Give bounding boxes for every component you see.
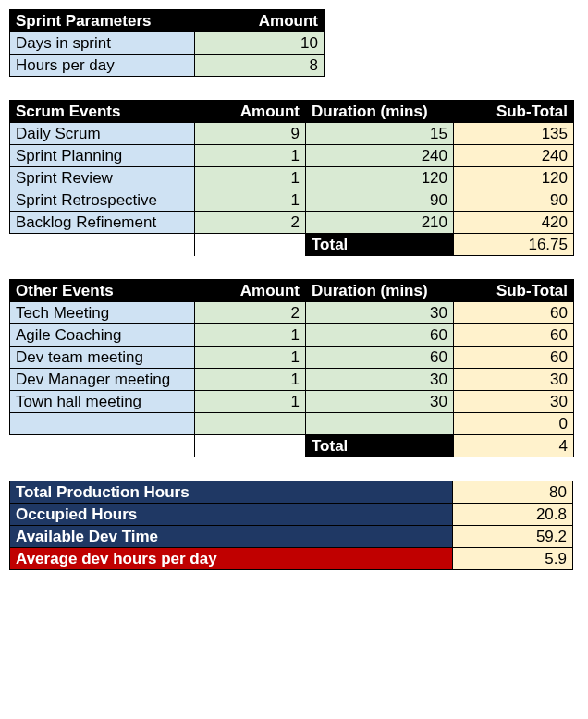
event-amount: 1 xyxy=(195,324,306,347)
event-duration: 60 xyxy=(306,347,454,369)
table-row: Agile Coaching16060 xyxy=(10,324,574,347)
event-amount: 1 xyxy=(195,167,306,189)
event-amount: 2 xyxy=(195,212,306,234)
summary-label: Occupied Hours xyxy=(10,504,453,526)
event-name xyxy=(10,413,195,435)
event-name: Tech Meeting xyxy=(10,302,195,324)
summary-value: 59.2 xyxy=(453,526,573,548)
event-subtotal: 135 xyxy=(454,123,574,145)
event-name: Town hall meeting xyxy=(10,391,195,413)
event-duration: 90 xyxy=(306,189,454,212)
event-duration: 30 xyxy=(306,302,454,324)
summary-label: Total Production Hours xyxy=(10,481,453,504)
event-duration: 30 xyxy=(306,391,454,413)
summary-row: Total Production Hours80 xyxy=(10,481,573,504)
event-amount: 1 xyxy=(195,391,306,413)
summary-label: Available Dev Time xyxy=(10,526,453,548)
param-amount: 8 xyxy=(195,55,325,77)
header-other-events: Other Events xyxy=(10,280,195,302)
summary-value: 80 xyxy=(453,481,573,504)
scrum-events-table: Scrum Events Amount Duration (mins) Sub-… xyxy=(9,100,574,256)
event-name: Dev Manager meeting xyxy=(10,369,195,391)
summary-value: 20.8 xyxy=(453,504,573,526)
event-duration: 30 xyxy=(306,369,454,391)
table-row: Sprint Review1120120 xyxy=(10,167,574,189)
total-row: Total 4 xyxy=(10,435,574,457)
event-name: Sprint Review xyxy=(10,167,195,189)
table-row: Tech Meeting23060 xyxy=(10,302,574,324)
event-subtotal: 240 xyxy=(454,145,574,167)
event-name: Daily Scrum xyxy=(10,123,195,145)
event-subtotal: 30 xyxy=(454,369,574,391)
event-subtotal: 90 xyxy=(454,189,574,212)
other-events-table: Other Events Amount Duration (mins) Sub-… xyxy=(9,279,574,457)
header-amount: Amount xyxy=(195,280,306,302)
header-amount: Amount xyxy=(195,10,325,32)
event-duration: 60 xyxy=(306,324,454,347)
event-subtotal: 60 xyxy=(454,324,574,347)
table-row: Sprint Retrospective19090 xyxy=(10,189,574,212)
param-amount: 10 xyxy=(195,32,325,55)
sprint-parameters-table: Sprint Parameters Amount Days in sprint … xyxy=(9,9,325,77)
summary-row: Occupied Hours20.8 xyxy=(10,504,573,526)
header-duration: Duration (mins) xyxy=(306,101,454,123)
param-name: Days in sprint xyxy=(10,32,195,55)
event-name: Sprint Retrospective xyxy=(10,189,195,212)
table-row: Daily Scrum915135 xyxy=(10,123,574,145)
event-duration: 240 xyxy=(306,145,454,167)
total-row: Total 16.75 xyxy=(10,234,574,256)
event-amount xyxy=(195,413,306,435)
header-sprint-parameters: Sprint Parameters xyxy=(10,10,195,32)
table-row: 0 xyxy=(10,413,574,435)
event-subtotal: 420 xyxy=(454,212,574,234)
event-amount: 1 xyxy=(195,369,306,391)
table-row: Dev Manager meeting13030 xyxy=(10,369,574,391)
event-subtotal: 60 xyxy=(454,302,574,324)
table-row: Sprint Planning1240240 xyxy=(10,145,574,167)
table-row: Backlog Refinement2210420 xyxy=(10,212,574,234)
summary-row: Average dev hours per day5.9 xyxy=(10,548,573,570)
event-amount: 2 xyxy=(195,302,306,324)
event-name: Sprint Planning xyxy=(10,145,195,167)
header-amount: Amount xyxy=(195,101,306,123)
event-subtotal: 30 xyxy=(454,391,574,413)
table-row: Dev team meeting16060 xyxy=(10,347,574,369)
header-subtotal: Sub-Total xyxy=(454,101,574,123)
event-duration: 120 xyxy=(306,167,454,189)
event-name: Agile Coaching xyxy=(10,324,195,347)
summary-value: 5.9 xyxy=(453,548,573,570)
total-label: Total xyxy=(306,234,454,256)
event-subtotal: 120 xyxy=(454,167,574,189)
total-value: 16.75 xyxy=(454,234,574,256)
event-subtotal: 0 xyxy=(454,413,574,435)
header-subtotal: Sub-Total xyxy=(454,280,574,302)
header-scrum-events: Scrum Events xyxy=(10,101,195,123)
summary-table: Total Production Hours80 Occupied Hours2… xyxy=(9,481,573,570)
event-amount: 1 xyxy=(195,145,306,167)
event-amount: 1 xyxy=(195,347,306,369)
summary-row: Available Dev Time59.2 xyxy=(10,526,573,548)
event-duration: 15 xyxy=(306,123,454,145)
event-subtotal: 60 xyxy=(454,347,574,369)
event-name: Backlog Refinement xyxy=(10,212,195,234)
total-label: Total xyxy=(306,435,454,457)
table-row: Town hall meeting13030 xyxy=(10,391,574,413)
total-value: 4 xyxy=(454,435,574,457)
event-name: Dev team meeting xyxy=(10,347,195,369)
summary-label: Average dev hours per day xyxy=(10,548,453,570)
event-duration: 210 xyxy=(306,212,454,234)
table-row: Days in sprint 10 xyxy=(10,32,325,55)
event-duration xyxy=(306,413,454,435)
event-amount: 9 xyxy=(195,123,306,145)
table-row: Hours per day 8 xyxy=(10,55,325,77)
param-name: Hours per day xyxy=(10,55,195,77)
header-duration: Duration (mins) xyxy=(306,280,454,302)
event-amount: 1 xyxy=(195,189,306,212)
